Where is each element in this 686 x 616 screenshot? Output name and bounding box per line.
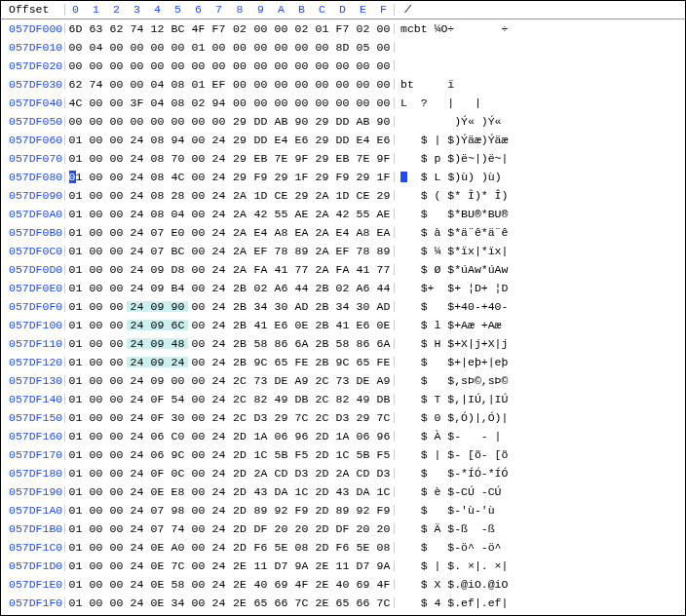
hex-byte[interactable]: 00 bbox=[168, 116, 188, 128]
hex-byte[interactable]: 00 bbox=[188, 320, 209, 331]
hex-byte[interactable]: 00 bbox=[188, 375, 209, 387]
hex-bytes[interactable]: 010000240EE800242D43DA1C2D43DA1C bbox=[65, 486, 395, 498]
hex-byte[interactable]: 00 bbox=[373, 97, 394, 109]
ascii-cell[interactable]: $ Ø $*úAw*úAw bbox=[395, 264, 508, 276]
hex-byte[interactable]: 00 bbox=[106, 579, 127, 591]
hex-byte[interactable]: 00 bbox=[86, 431, 106, 443]
hex-byte[interactable]: 4C bbox=[65, 97, 86, 109]
hex-byte[interactable]: F7 bbox=[209, 23, 229, 35]
hex-byte[interactable]: FE bbox=[373, 357, 394, 368]
hex-byte[interactable]: 42 bbox=[250, 209, 271, 220]
hex-byte[interactable]: 24 bbox=[127, 394, 147, 405]
hex-byte[interactable]: CD bbox=[353, 468, 373, 480]
hex-byte[interactable]: DF bbox=[332, 523, 353, 535]
hex-byte[interactable]: 00 bbox=[353, 79, 373, 91]
hex-row[interactable]: 057DF08001000024084C002429F9291F29F9291F… bbox=[1, 168, 685, 186]
hex-byte[interactable]: F7 bbox=[332, 23, 353, 35]
hex-byte[interactable]: 7C bbox=[373, 412, 394, 424]
hex-byte[interactable]: 00 bbox=[188, 560, 209, 572]
hex-byte[interactable]: 24 bbox=[209, 505, 229, 517]
ascii-cell[interactable]: $+ $+ ¦D+ ¦D bbox=[395, 283, 508, 294]
hex-byte[interactable]: 0C bbox=[168, 468, 188, 480]
hex-byte[interactable]: 73 bbox=[250, 375, 271, 387]
hex-byte[interactable]: 00 bbox=[250, 42, 271, 54]
hex-byte[interactable]: 24 bbox=[127, 172, 147, 183]
hex-byte[interactable]: 24 bbox=[127, 579, 147, 591]
hex-byte[interactable]: 1F bbox=[291, 172, 312, 183]
hex-byte[interactable]: 08 bbox=[168, 79, 188, 91]
hex-byte[interactable]: 08 bbox=[147, 190, 168, 202]
hex-byte[interactable]: 00 bbox=[188, 264, 209, 276]
hex-row[interactable]: 057DF1D0010000240E7C00242E11D79A2E11D79A… bbox=[1, 557, 685, 575]
hex-byte[interactable]: 2D bbox=[312, 486, 332, 498]
hex-byte[interactable]: 08 bbox=[147, 209, 168, 220]
hex-byte[interactable]: 1A bbox=[250, 431, 271, 443]
hex-byte[interactable]: 24 bbox=[209, 486, 229, 498]
hex-byte[interactable]: 2D bbox=[229, 523, 250, 535]
hex-byte[interactable]: 00 bbox=[168, 375, 188, 387]
hex-byte[interactable]: EA bbox=[291, 227, 312, 239]
hex-byte[interactable]: 29 bbox=[312, 135, 332, 146]
ascii-cell[interactable]: $ l $+Aæ +Aæ bbox=[395, 320, 502, 331]
hex-byte[interactable]: 48 bbox=[168, 338, 188, 350]
hex-byte[interactable]: 00 bbox=[106, 42, 127, 54]
hex-row[interactable]: 057DF13001000024090000242C73DEA92C73DEA9… bbox=[1, 371, 685, 390]
hex-row[interactable]: 057DF12001000024092400242B9C65FE2B9C65FE… bbox=[1, 353, 685, 371]
hex-byte[interactable]: DD bbox=[250, 116, 271, 128]
hex-byte[interactable]: F6 bbox=[250, 542, 271, 554]
hex-byte[interactable]: 05 bbox=[353, 42, 373, 54]
hex-byte[interactable]: 24 bbox=[127, 301, 147, 313]
hex-byte[interactable]: 90 bbox=[168, 301, 188, 313]
hex-byte[interactable]: 29 bbox=[312, 172, 332, 183]
hex-byte[interactable]: 24 bbox=[209, 320, 229, 331]
hex-byte[interactable]: 07 bbox=[147, 246, 168, 257]
hex-bytes[interactable]: 010000240F5400242C8249DB2C8249DB bbox=[65, 394, 395, 405]
hex-byte[interactable]: 9C bbox=[332, 357, 353, 368]
hex-byte[interactable]: 30 bbox=[271, 301, 291, 313]
hex-byte[interactable]: 00 bbox=[106, 209, 127, 220]
hex-byte[interactable]: 5B bbox=[353, 449, 373, 461]
hex-row[interactable]: 057DF0C00100002407BC00242AEF78892AEF7889… bbox=[1, 242, 685, 260]
ascii-cell[interactable]: $ T $,|IÚ,|IÚ bbox=[395, 394, 508, 405]
hex-byte[interactable]: 09 bbox=[147, 301, 168, 313]
hex-byte[interactable]: 2E bbox=[312, 579, 332, 591]
ascii-cell[interactable]: bt ï bbox=[395, 79, 454, 91]
hex-byte[interactable]: 01 bbox=[65, 505, 86, 517]
hex-byte[interactable]: 2A bbox=[312, 227, 332, 239]
hex-byte[interactable]: 24 bbox=[209, 227, 229, 239]
hex-byte[interactable]: 20 bbox=[291, 523, 312, 535]
hex-byte[interactable]: 96 bbox=[373, 431, 394, 443]
hex-byte[interactable]: 24 bbox=[127, 468, 147, 480]
hex-byte[interactable]: 08 bbox=[373, 542, 394, 554]
hex-row[interactable]: 057DF0404C00003F040802940000000000000000… bbox=[1, 94, 685, 112]
hex-byte[interactable]: 00 bbox=[188, 116, 209, 128]
hex-byte[interactable]: 20 bbox=[271, 523, 291, 535]
hex-byte[interactable]: 00 bbox=[188, 227, 209, 239]
hex-byte[interactable]: 82 bbox=[250, 394, 271, 405]
hex-byte[interactable]: 00 bbox=[271, 23, 291, 35]
hex-byte[interactable]: 2D bbox=[312, 523, 332, 535]
hex-byte[interactable]: 00 bbox=[312, 97, 332, 109]
hex-byte[interactable]: 00 bbox=[188, 505, 209, 517]
hex-byte[interactable]: 2B bbox=[229, 320, 250, 331]
hex-byte[interactable]: D3 bbox=[332, 412, 353, 424]
hex-bytes[interactable]: 000400000000010000000000008D0500 bbox=[65, 42, 395, 54]
hex-byte[interactable]: 24 bbox=[127, 412, 147, 424]
hex-byte[interactable]: 00 bbox=[86, 449, 106, 461]
hex-byte[interactable]: 00 bbox=[147, 42, 168, 54]
hex-byte[interactable]: 00 bbox=[353, 60, 373, 72]
hex-byte[interactable]: 65 bbox=[353, 357, 373, 368]
hex-byte[interactable]: 00 bbox=[106, 431, 127, 443]
hex-byte[interactable]: 2B bbox=[312, 357, 332, 368]
hex-byte[interactable]: 00 bbox=[188, 468, 209, 480]
hex-byte[interactable]: 00 bbox=[106, 375, 127, 387]
hex-byte[interactable]: 29 bbox=[229, 135, 250, 146]
hex-byte[interactable]: 86 bbox=[271, 338, 291, 350]
hex-byte[interactable]: 08 bbox=[147, 153, 168, 165]
hex-byte[interactable]: 24 bbox=[209, 283, 229, 294]
hex-byte[interactable]: 24 bbox=[209, 579, 229, 591]
hex-byte[interactable]: 2A bbox=[312, 264, 332, 276]
hex-byte[interactable]: 1C bbox=[250, 449, 271, 461]
hex-byte[interactable]: D8 bbox=[168, 264, 188, 276]
hex-byte[interactable]: AE bbox=[373, 209, 394, 220]
